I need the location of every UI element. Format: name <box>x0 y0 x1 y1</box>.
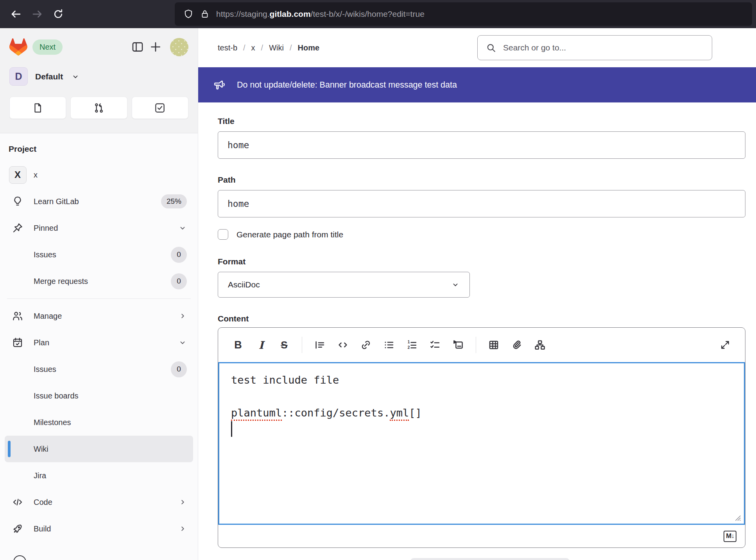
task-list-button[interactable] <box>426 336 444 354</box>
wiki-edit-form: Title Path Generate page path from title… <box>198 117 756 548</box>
chevron-down-icon <box>178 224 187 232</box>
sidebar-item-wiki[interactable]: Wiki <box>5 436 193 462</box>
plus-icon <box>149 40 162 54</box>
content-line <box>231 388 744 405</box>
table-icon <box>488 339 500 351</box>
chevron-down-icon <box>71 72 80 81</box>
browser-toolbar: https://staging.gitlab.com/test-b/x/-/wi… <box>0 0 756 28</box>
rocket-icon <box>9 523 27 535</box>
breadcrumb-link-wiki[interactable]: Wiki <box>269 43 284 52</box>
sidebar-panel-icon <box>131 40 144 54</box>
resize-handle-icon[interactable] <box>732 512 742 522</box>
path-label: Path <box>218 175 745 185</box>
breadcrumb-separator: / <box>261 43 263 52</box>
sidebar-item-learn-gitlab[interactable]: Learn GitLab 25% <box>5 188 193 215</box>
markdown-supported-icon[interactable]: M↓ <box>724 531 736 542</box>
table-button[interactable] <box>485 336 503 354</box>
path-input[interactable] <box>218 190 745 217</box>
sidebar-item-project-x[interactable]: X x <box>5 162 193 188</box>
back-arrow-icon <box>10 8 22 20</box>
todo-shortcut-button[interactable] <box>132 97 188 119</box>
sidebar-item-label: Issue boards <box>34 391 79 400</box>
sidebar-item-label: x <box>34 171 38 179</box>
numbered-list-button[interactable]: 12 <box>403 336 421 354</box>
toolbar-divider <box>476 337 476 353</box>
super-sidebar: Next D Default <box>0 28 198 560</box>
url-prefix: https://staging. <box>216 9 270 18</box>
context-switcher[interactable]: D Default <box>9 67 188 86</box>
clipped-element-below <box>410 558 570 560</box>
shield-icon[interactable] <box>183 9 193 19</box>
sidebar-item-jira[interactable]: Jira <box>5 462 193 489</box>
sidebar-item-label: Build <box>34 524 51 533</box>
issues-shortcut-button[interactable] <box>9 97 66 119</box>
sidebar-item-code[interactable]: Code <box>5 489 193 515</box>
diagram-icon <box>534 339 546 351</box>
link-button[interactable] <box>357 336 375 354</box>
quote-button[interactable] <box>311 336 329 354</box>
sidebar-item-milestones[interactable]: Milestones <box>5 409 193 436</box>
text-cursor <box>231 421 232 437</box>
sidebar-item-pinned-issues[interactable]: Issues 0 <box>5 241 193 268</box>
code-icon <box>9 496 27 508</box>
toolbar-divider <box>302 337 302 353</box>
browser-forward-button[interactable] <box>27 4 48 25</box>
sidebar-item-manage[interactable]: Manage <box>5 303 193 329</box>
title-input[interactable] <box>218 131 745 159</box>
create-new-button[interactable] <box>147 38 165 56</box>
fullscreen-button[interactable] <box>716 336 734 354</box>
editor-footer: M↓ <box>218 525 745 547</box>
content-text: [] <box>409 407 422 419</box>
address-bar[interactable]: https://staging.gitlab.com/test-b/x/-/wi… <box>175 2 752 26</box>
collapsible-section-button[interactable] <box>449 336 467 354</box>
user-avatar[interactable] <box>170 38 188 56</box>
generate-path-checkbox[interactable] <box>218 229 228 240</box>
strikethrough-button[interactable]: S <box>275 336 293 354</box>
browser-back-button[interactable] <box>5 4 27 25</box>
sidebar-item-label: Merge requests <box>34 277 88 286</box>
lightbulb-icon <box>9 196 27 207</box>
sidebar-item-plan[interactable]: Plan <box>5 329 193 356</box>
chevron-down-icon <box>178 338 187 347</box>
merge-requests-shortcut-button[interactable] <box>70 97 127 119</box>
banner-message: Do not update/delete: Banner broadcast m… <box>237 80 457 90</box>
merge-request-icon <box>93 102 105 114</box>
pin-icon <box>9 222 27 234</box>
next-badge: Next <box>32 39 63 55</box>
sidebar-item-pinned-merge-requests[interactable]: Merge requests 0 <box>5 268 193 294</box>
main-content: test-b / x / Wiki / Home Search or go to… <box>198 28 756 560</box>
sidebar-item-build[interactable]: Build <box>5 515 193 542</box>
sidebar-toggle-button[interactable] <box>129 38 147 56</box>
attach-file-button[interactable] <box>508 336 526 354</box>
calendar-check-icon <box>9 337 27 348</box>
misspelled-word: plantuml <box>231 407 282 421</box>
breadcrumb-link-group[interactable]: test-b <box>218 43 237 52</box>
numbered-list-icon: 12 <box>406 339 418 351</box>
sidebar-nav: Project X x Learn GitLab 25% Pinned <box>0 133 198 560</box>
sidebar-item-plan-issues[interactable]: Issues 0 <box>5 356 193 382</box>
bullet-list-button[interactable] <box>380 336 398 354</box>
sidebar-item-issue-boards[interactable]: Issue boards <box>5 382 193 409</box>
context-name: Default <box>35 72 63 81</box>
forward-arrow-icon <box>31 8 43 20</box>
count-badge: 0 <box>171 361 187 377</box>
breadcrumb-separator: / <box>290 43 292 52</box>
content-textarea[interactable]: test include file plantuml::config/secre… <box>218 362 745 525</box>
search-input[interactable]: Search or go to... <box>477 35 712 60</box>
format-select[interactable]: AsciiDoc <box>218 272 470 298</box>
browser-reload-button[interactable] <box>48 4 69 25</box>
breadcrumb-link-project[interactable]: x <box>251 43 255 52</box>
code-button[interactable] <box>334 336 352 354</box>
expand-icon <box>720 339 731 350</box>
bold-button[interactable]: B <box>229 336 247 354</box>
quote-icon <box>314 339 326 351</box>
sidebar-item-label: Manage <box>34 312 62 321</box>
top-bar: test-b / x / Wiki / Home Search or go to… <box>198 28 756 67</box>
gitlab-logo[interactable] <box>9 38 27 56</box>
italic-button[interactable]: I <box>252 336 270 354</box>
diagram-button[interactable] <box>531 336 549 354</box>
chevron-down-icon <box>451 280 460 289</box>
sidebar-item-pinned[interactable]: Pinned <box>5 215 193 241</box>
format-label: Format <box>218 257 745 266</box>
code-icon <box>337 339 349 351</box>
